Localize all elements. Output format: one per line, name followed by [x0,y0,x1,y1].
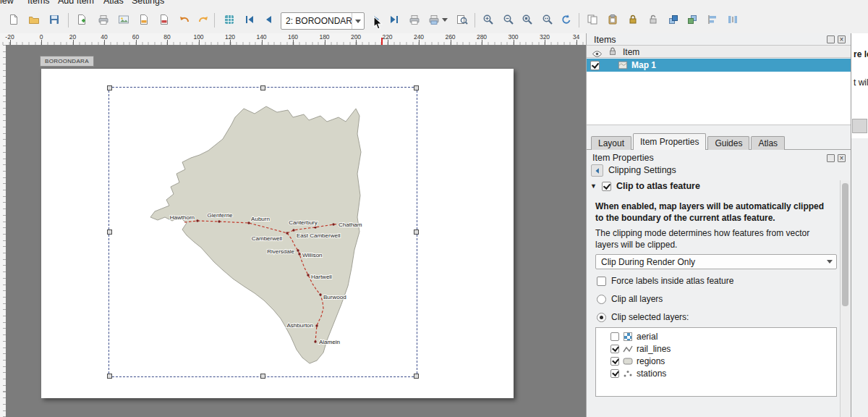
close-panel-button[interactable]: × [838,154,846,162]
item-row-label: Map 1 [631,60,656,70]
clip-all-option[interactable]: Clip all layers [597,294,663,304]
force-labels-option[interactable]: Force labels inside atlas feature [597,276,733,286]
polygon-layer-icon [623,356,633,366]
previous-feature-button[interactable] [259,10,278,29]
svg-page-icon [138,14,150,25]
menu-items[interactable]: Items [27,0,50,6]
back-arrow-icon [594,167,601,174]
force-labels-checkbox[interactable] [597,277,606,286]
close-panel-button[interactable]: × [838,35,846,43]
selection-handle[interactable] [107,374,112,379]
clip-selected-option[interactable]: Clip selected layers: [597,312,689,322]
refresh-button[interactable] [557,10,576,29]
save-project-button[interactable] [45,10,64,29]
float-panel-button[interactable] [827,35,835,43]
selection-handle[interactable] [107,229,112,235]
last-feature-button[interactable] [385,10,404,29]
clip-selected-radio[interactable] [597,313,606,322]
lower-icon [686,14,698,25]
clip-selected-label: Clip selected layers: [611,312,689,322]
undo-arrow-icon [179,14,190,25]
selection-handle[interactable] [414,374,419,379]
first-feature-button[interactable] [240,10,259,29]
atlas-feature-combo[interactable]: 2: BOROONDARA [281,12,365,30]
align-items-button[interactable] [703,10,722,29]
items-list-row-map1[interactable]: Map 1 [587,59,851,72]
clip-help-bold: When enabled, map layers will be automat… [595,201,831,224]
clip-group-header[interactable]: ▼ Clip to atlas feature [590,181,700,191]
toolbar: 2: BOROONDARA [0,7,868,34]
export-pdf-button[interactable] [155,10,174,29]
selection-handle[interactable] [414,229,419,235]
tab-guides[interactable]: Guides [707,136,749,150]
layer-checkbox[interactable] [610,357,619,366]
export-svg-button[interactable] [135,10,153,29]
selection-handle[interactable] [260,85,265,90]
paste-items-button[interactable] [603,10,622,29]
menu-settings[interactable]: Settings [132,0,164,6]
unlock-icon [647,14,659,25]
preview-atlas-button[interactable] [453,10,472,29]
new-layout-button[interactable] [4,10,23,29]
layer-label: rail_lines [637,344,671,354]
selection-handle[interactable] [414,85,419,90]
ruler-label: 220 [377,33,399,41]
right-dock-panel: Items × Item Map 1 LayoutItem Properties… [586,33,851,417]
menu-add-item[interactable]: Add Item [58,0,94,6]
export-atlas-button[interactable] [425,10,450,29]
selection-handle[interactable] [107,85,112,90]
copy-items-button[interactable] [583,10,602,29]
layer-row-regions[interactable]: regions [596,355,836,367]
menu-atlas[interactable]: Atlas [103,0,124,6]
clip-all-radio[interactable] [597,295,606,304]
zoom-actual-button[interactable] [538,10,557,29]
clip-mode-combo[interactable]: Clip During Render Only [595,254,837,269]
add-pages-button[interactable] [72,10,91,29]
map-item-selection-frame[interactable] [109,87,417,377]
lower-items-button[interactable] [683,10,702,29]
layer-row-stations[interactable]: stations [596,367,836,379]
layer-checkbox[interactable] [610,345,619,353]
atlas-grid-icon [224,14,235,25]
layer-checkbox[interactable] [610,369,619,378]
undo-button[interactable] [175,10,194,29]
raise-items-button[interactable] [664,10,683,29]
point-layer-icon [623,368,633,378]
line-layer-icon [623,344,633,353]
dock-tab-bar: LayoutItem PropertiesGuidesAtlas [587,133,851,150]
layer-checkbox[interactable] [610,332,619,341]
tab-layout[interactable]: Layout [591,136,631,150]
zoom-in-button[interactable] [479,10,498,29]
zoom-actual-icon [542,14,553,25]
float-panel-button[interactable] [827,154,835,162]
clip-to-atlas-checkbox[interactable] [602,182,611,191]
export-image-button[interactable] [114,10,133,29]
tab-item-properties[interactable]: Item Properties [633,133,706,150]
tab-atlas[interactable]: Atlas [751,136,785,150]
lock-items-button[interactable] [624,10,642,29]
menu-view[interactable]: iew [0,0,14,6]
open-template-button[interactable] [25,10,43,29]
distribute-items-button[interactable] [723,10,742,29]
vertical-scrollbar[interactable] [840,180,850,417]
zoom-full-button[interactable] [518,10,537,29]
collapse-triangle-icon[interactable]: ▼ [590,182,597,190]
layer-row-rail-lines[interactable]: rail_lines [596,342,836,355]
ruler-label: 40 [93,33,115,41]
redo-button[interactable] [194,10,213,29]
scrollbar-thumb[interactable] [842,183,848,306]
atlas-settings-button[interactable] [220,10,239,29]
breadcrumb: Clipping Settings [608,165,676,177]
print-atlas-button[interactable] [405,10,424,29]
zoom-in-icon [482,14,494,25]
back-button[interactable] [591,164,603,177]
item-visibility-checkbox[interactable] [590,61,600,70]
ruler-label: 34 [566,33,587,41]
selection-handle[interactable] [260,374,265,379]
layer-row-aerial[interactable]: aerial [596,330,836,342]
zoom-out-button[interactable] [499,10,518,29]
items-list[interactable]: Map 1 [587,59,851,125]
print-button[interactable] [94,10,113,29]
layer-listbox[interactable]: aerial rail_lines regions stations [595,327,837,397]
unlock-items-button[interactable] [644,10,663,29]
